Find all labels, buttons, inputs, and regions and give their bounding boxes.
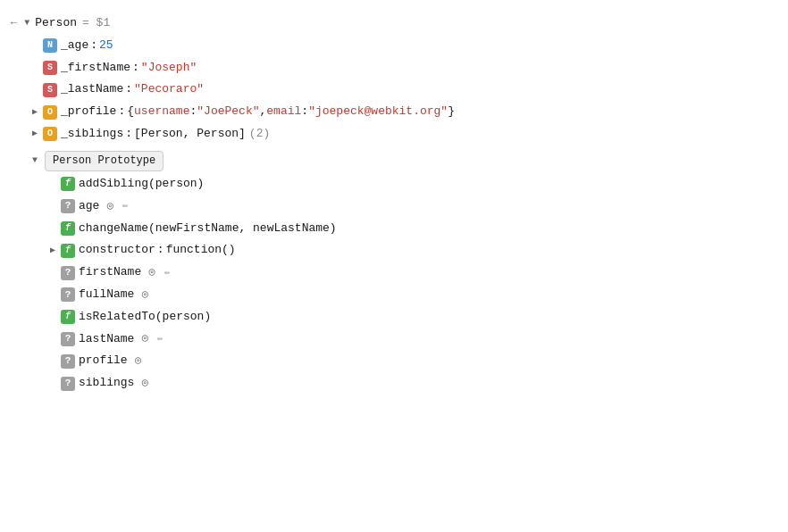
root-ref: = $1 — [82, 14, 110, 33]
siblings-expand-arrow[interactable] — [29, 128, 41, 140]
prop-siblings-getter-row: ? siblings ◎ — [11, 372, 777, 395]
prop-profile-row: O _profile : {username: "JoePeck", email… — [11, 101, 777, 123]
firstname-eye-icon[interactable]: ◎ — [145, 266, 159, 280]
profile-eye-icon[interactable]: ◎ — [131, 354, 146, 369]
prop-firstname-getter-row: ? firstName ◎ ✏ — [11, 262, 777, 284]
key-siblings: _siblings — [61, 125, 123, 144]
constructor-key: constructor — [79, 241, 155, 260]
prop-age-getter-row: ? age ◎ ✏ — [11, 195, 777, 218]
profile-username-key: username — [134, 103, 189, 121]
age-pencil-icon[interactable]: ✏ — [119, 200, 131, 212]
key-age: _age — [61, 37, 88, 55]
method-isrelatedto-name: isRelatedTo(person) — [79, 308, 211, 327]
badge-f-isrelatedto: f — [61, 310, 75, 324]
badge-f-addsibling: f — [61, 177, 75, 191]
root-expand-arrow[interactable] — [21, 17, 33, 29]
prop-fullname-name: fullName — [79, 286, 134, 304]
lastname-eye-icon[interactable]: ◎ — [138, 332, 152, 346]
prop-fullname-getter-row: ? fullName ◎ — [11, 284, 777, 306]
fullname-eye-icon[interactable]: ◎ — [138, 287, 152, 302]
badge-f-constructor: f — [61, 244, 75, 258]
method-constructor-row: f constructor : function() — [11, 239, 777, 262]
badge-q-siblings: ? — [61, 377, 75, 391]
value-firstname: "Joseph" — [141, 59, 197, 78]
badge-n-age: N — [43, 38, 57, 53]
badge-q-lastname: ? — [61, 332, 75, 346]
prop-firstname-name: firstName — [79, 263, 141, 282]
profile-email-key: email — [266, 103, 301, 121]
profile-expand-arrow[interactable] — [29, 106, 41, 119]
badge-q-age: ? — [61, 199, 75, 213]
badge-q-profile: ? — [61, 354, 75, 369]
prop-siblings-name: siblings — [79, 374, 134, 393]
profile-email-val: "joepeck@webkit.org" — [308, 103, 448, 121]
age-eye-icon[interactable]: ◎ — [103, 199, 117, 213]
prototype-label: Person Prototype — [45, 151, 163, 171]
key-firstname: _firstName — [61, 59, 130, 78]
lastname-pencil-icon[interactable]: ✏ — [154, 333, 166, 345]
value-lastname: "Pecoraro" — [134, 80, 204, 99]
badge-f-changename: f — [61, 221, 75, 236]
prop-age-row: N _age : 25 — [11, 35, 777, 57]
back-icon[interactable]: ← — [11, 15, 17, 32]
prop-lastname-row: S _lastName : "Pecoraro" — [11, 79, 777, 101]
prop-profile-getter-row: ? profile ◎ — [11, 350, 777, 372]
prop-siblings-row: O _siblings : [Person, Person] (2) — [11, 123, 777, 145]
badge-q-fullname: ? — [61, 287, 75, 302]
profile-username-val: "JoePeck" — [197, 103, 259, 121]
key-lastname: _lastName — [61, 80, 123, 99]
prop-age-name: age — [79, 197, 99, 216]
prop-profile-name: profile — [79, 352, 128, 370]
siblings-eye-icon[interactable]: ◎ — [138, 377, 152, 391]
method-isrelatedto-row: f isRelatedTo(person) — [11, 306, 777, 328]
method-addsibling-row: f addSibling(person) — [11, 173, 777, 195]
constructor-expand-arrow[interactable] — [46, 245, 59, 257]
badge-o-siblings: O — [43, 127, 57, 141]
root-row: ← Person = $1 — [11, 12, 777, 35]
profile-brace-open: { — [127, 103, 134, 121]
tree-container: ← Person = $1 N _age : 25 S _firstName :… — [0, 7, 788, 400]
method-changename-row: f changeName(newFirstName, newLastName) — [11, 218, 777, 240]
method-changename-name: changeName(newFirstName, newLastName) — [79, 220, 337, 238]
badge-q-firstname: ? — [61, 266, 75, 280]
badge-s-lastname: S — [43, 83, 57, 97]
badge-s-firstname: S — [43, 61, 57, 75]
prop-lastname-getter-row: ? lastName ◎ ✏ — [11, 328, 777, 351]
firstname-pencil-icon[interactable]: ✏ — [161, 267, 173, 279]
prop-firstname-row: S _firstName : "Joseph" — [11, 57, 777, 79]
prototype-expand-arrow[interactable] — [29, 154, 41, 167]
prototype-header-row: Person Prototype — [11, 149, 777, 173]
badge-o-profile: O — [43, 105, 57, 120]
constructor-value: function() — [166, 241, 236, 260]
method-addsibling-name: addSibling(person) — [79, 175, 204, 194]
value-age: 25 — [99, 37, 113, 55]
key-profile: _profile — [61, 103, 116, 121]
siblings-value: [Person, Person] — [134, 125, 246, 144]
root-key: Person — [35, 14, 77, 33]
prop-lastname-name: lastName — [79, 330, 134, 349]
siblings-count: (2) — [249, 125, 270, 144]
